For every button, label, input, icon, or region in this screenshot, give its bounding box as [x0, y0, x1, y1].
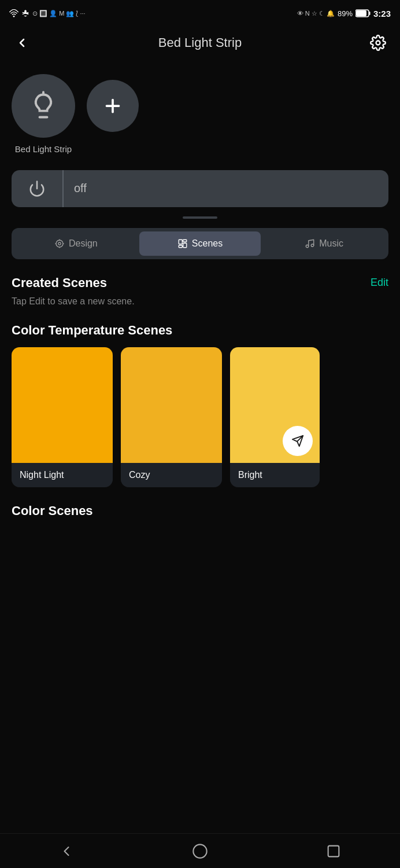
svg-rect-16	[179, 245, 182, 248]
svg-rect-22	[328, 845, 339, 856]
svg-point-21	[193, 844, 206, 858]
svg-rect-17	[183, 240, 187, 242]
divider	[183, 216, 217, 219]
battery-percent: 89%	[338, 9, 353, 18]
cozy-label: Cozy	[121, 463, 222, 487]
status-time: 3:23	[373, 9, 391, 19]
color-temp-title: Color Temperature Scenes	[0, 318, 400, 347]
color-scenes-title: Color Scenes	[0, 499, 400, 528]
settings-button[interactable]	[368, 32, 388, 53]
nav-back-button[interactable]	[52, 837, 81, 866]
created-scenes-title: Created Scenes	[12, 275, 107, 290]
device-section: Bed Light Strip	[0, 62, 400, 161]
power-status-text: off	[64, 182, 388, 195]
svg-point-20	[312, 244, 314, 247]
tab-scenes-label: Scenes	[192, 238, 223, 249]
power-button[interactable]	[12, 170, 64, 207]
night-light-label: Night Light	[12, 463, 113, 487]
send-button[interactable]	[283, 426, 313, 456]
back-button[interactable]	[12, 32, 32, 53]
bright-label: Bright	[230, 463, 320, 487]
nav-recents-button[interactable]	[319, 837, 348, 866]
cozy-color	[121, 347, 222, 463]
scene-card-cozy[interactable]: Cozy	[121, 347, 222, 487]
tab-design[interactable]: Design	[15, 231, 137, 256]
device-circle-button[interactable]	[12, 74, 75, 138]
tab-music[interactable]: Music	[263, 231, 385, 256]
night-light-color	[12, 347, 113, 463]
tab-music-label: Music	[319, 238, 343, 249]
status-bar: ⊙ 🔳 👤 M 👥 ⟅ ··· 👁 N ☆ ☾ 🔔 89% 3:23	[0, 0, 400, 25]
svg-point-14	[58, 242, 61, 245]
device-item: Bed Light Strip	[12, 74, 75, 155]
scene-card-night-light[interactable]: Night Light	[12, 347, 113, 487]
created-scenes-header: Created Scenes Edit	[0, 271, 400, 294]
power-bar: off	[12, 170, 388, 207]
header: Bed Light Strip	[0, 25, 400, 62]
nav-home-button[interactable]	[186, 837, 214, 866]
bottom-nav	[0, 833, 400, 868]
tab-bar: Design Scenes Music	[12, 228, 388, 259]
bright-color	[230, 347, 320, 463]
page-title: Bed Light Strip	[158, 35, 242, 50]
svg-rect-3	[369, 12, 370, 15]
svg-rect-2	[356, 10, 366, 16]
scene-card-bright[interactable]: Bright	[230, 347, 320, 487]
created-scenes-subtitle: Tap Edit to save a new scene.	[0, 294, 400, 318]
svg-point-0	[13, 16, 15, 17]
svg-rect-15	[179, 240, 182, 244]
status-icons-left: ⊙ 🔳 👤 M 👥 ⟅ ···	[9, 9, 86, 17]
device-name: Bed Light Strip	[15, 144, 72, 155]
add-device-button[interactable]	[87, 80, 139, 132]
edit-button[interactable]: Edit	[371, 277, 388, 289]
tab-scenes[interactable]: Scenes	[139, 231, 261, 256]
svg-rect-18	[183, 243, 187, 248]
svg-point-9	[56, 240, 63, 247]
svg-point-4	[376, 41, 380, 45]
status-icons-right: 👁 N ☆ ☾ 🔔 89% 3:23	[297, 9, 391, 19]
tab-design-label: Design	[69, 238, 98, 249]
svg-point-19	[306, 245, 309, 248]
scene-cards-container: Night Light Cozy Bright	[0, 347, 400, 499]
